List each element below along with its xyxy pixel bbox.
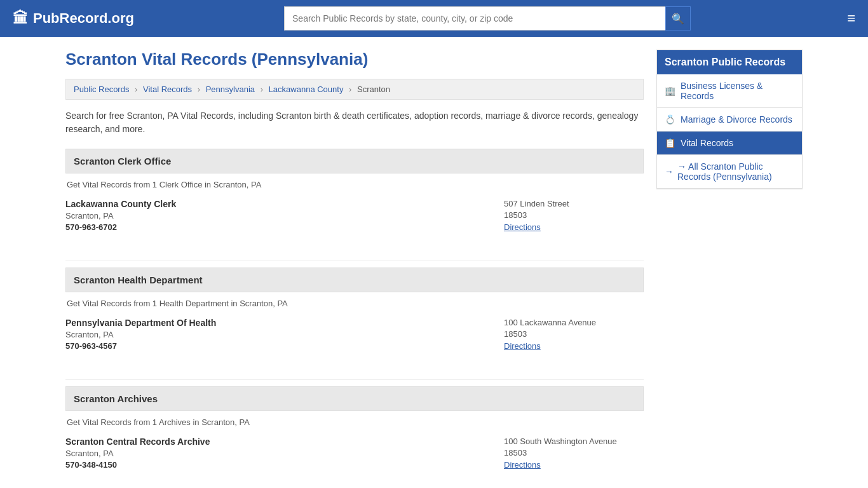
record-name: Scranton Central Records Archive	[65, 437, 504, 447]
clipboard-icon: 📋	[665, 138, 675, 148]
breadcrumb-lackawanna[interactable]: Lackawanna County	[269, 85, 344, 94]
directions-link-clerk[interactable]: Directions	[504, 222, 541, 232]
record-directions[interactable]: Directions	[504, 459, 644, 470]
all-records-label: → All Scranton Public Records (Pennsylva…	[677, 161, 794, 182]
sidebar-item-business-label: Business Licenses & Records	[681, 81, 794, 101]
breadcrumb: Public Records › Vital Records › Pennsyl…	[65, 79, 644, 100]
record-entry-pa-health: Pennsylvania Department Of Health Scrant…	[65, 318, 644, 360]
rings-icon: 💍	[665, 114, 675, 125]
sidebar-item-business-licenses[interactable]: 🏢 Business Licenses & Records	[657, 74, 802, 108]
section-health-header: Scranton Health Department	[65, 268, 644, 292]
record-directions[interactable]: Directions	[504, 341, 644, 351]
record-left: Scranton Central Records Archive Scranto…	[65, 437, 504, 470]
breadcrumb-sep-1: ›	[135, 85, 137, 94]
record-address: 507 Linden Street	[504, 199, 644, 208]
record-address: 100 Lackawanna Avenue	[504, 318, 644, 327]
record-directions[interactable]: Directions	[504, 222, 644, 232]
record-zip: 18503	[504, 329, 644, 339]
page-title: Scranton Vital Records (Pennsylvania)	[65, 50, 644, 69]
briefcase-icon: 🏢	[665, 86, 675, 96]
page-description: Search for free Scranton, PA Vital Recor…	[65, 109, 644, 136]
record-city: Scranton, PA	[65, 211, 504, 220]
record-city: Scranton, PA	[65, 449, 504, 458]
breadcrumb-sep-4: ›	[349, 85, 351, 94]
section-clerk-office: Scranton Clerk Office Get Vital Records …	[65, 149, 644, 261]
hamburger-icon: ≡	[847, 10, 855, 26]
breadcrumb-sep-2: ›	[198, 85, 200, 94]
sidebar-all-records-link[interactable]: → → All Scranton Public Records (Pennsyl…	[657, 155, 802, 189]
sidebar-box: Scranton Public Records 🏢 Business Licen…	[656, 50, 803, 189]
sidebar-item-marriage-label: Marriage & Divorce Records	[681, 114, 792, 125]
site-logo[interactable]: 🏛 PubRecord.org	[13, 10, 134, 27]
record-name: Lackawanna County Clerk	[65, 199, 504, 209]
sidebar-title: Scranton Public Records	[657, 50, 802, 74]
logo-text: PubRecord.org	[33, 10, 134, 27]
breadcrumb-vital-records[interactable]: Vital Records	[143, 85, 192, 94]
record-city: Scranton, PA	[65, 330, 504, 339]
directions-link-archive[interactable]: Directions	[504, 460, 541, 470]
logo-icon: 🏛	[13, 10, 28, 27]
main-container: Scranton Vital Records (Pennsylvania) Pu…	[53, 37, 815, 488]
record-name: Pennsylvania Department Of Health	[65, 318, 504, 328]
search-input[interactable]	[284, 6, 665, 30]
record-address: 100 South Washington Avenue	[504, 437, 644, 446]
record-zip: 18503	[504, 448, 644, 458]
record-left: Lackawanna County Clerk Scranton, PA 570…	[65, 199, 504, 232]
sidebar-item-vital-records[interactable]: 📋 Vital Records	[657, 132, 802, 155]
section-clerk-description: Get Vital Records from 1 Clerk Office in…	[65, 180, 644, 189]
section-archives-header: Scranton Archives	[65, 386, 644, 411]
section-health-description: Get Vital Records from 1 Health Departme…	[65, 299, 644, 308]
record-entry-lackawanna-clerk: Lackawanna County Clerk Scranton, PA 570…	[65, 199, 644, 241]
record-phone: 570-963-4567	[65, 341, 504, 351]
breadcrumb-scranton: Scranton	[357, 85, 390, 94]
search-icon: 🔍	[672, 13, 684, 25]
search-button[interactable]: 🔍	[665, 6, 691, 30]
breadcrumb-sep-3: ›	[261, 85, 263, 94]
sidebar-item-vital-label: Vital Records	[681, 138, 733, 148]
arrow-icon: →	[665, 166, 674, 177]
section-archives-description: Get Vital Records from 1 Archives in Scr…	[65, 417, 644, 427]
section-health-dept: Scranton Health Department Get Vital Rec…	[65, 268, 644, 380]
record-right: 507 Linden Street 18503 Directions	[504, 199, 644, 232]
record-phone: 570-348-4150	[65, 460, 504, 470]
record-right: 100 Lackawanna Avenue 18503 Directions	[504, 318, 644, 351]
content-area: Scranton Vital Records (Pennsylvania) Pu…	[65, 50, 644, 488]
breadcrumb-public-records[interactable]: Public Records	[74, 85, 129, 94]
section-clerk-header: Scranton Clerk Office	[65, 149, 644, 173]
record-left: Pennsylvania Department Of Health Scrant…	[65, 318, 504, 351]
record-entry-central-archive: Scranton Central Records Archive Scranto…	[65, 437, 644, 479]
directions-link-health[interactable]: Directions	[504, 341, 541, 351]
section-archives: Scranton Archives Get Vital Records from…	[65, 386, 644, 488]
sidebar: Scranton Public Records 🏢 Business Licen…	[656, 50, 803, 488]
record-phone: 570-963-6702	[65, 222, 504, 232]
record-right: 100 South Washington Avenue 18503 Direct…	[504, 437, 644, 470]
site-header: 🏛 PubRecord.org 🔍 ≡	[0, 0, 868, 37]
sidebar-item-marriage-divorce[interactable]: 💍 Marriage & Divorce Records	[657, 108, 802, 132]
record-zip: 18503	[504, 210, 644, 220]
breadcrumb-pennsylvania[interactable]: Pennsylvania	[206, 85, 255, 94]
search-area: 🔍	[284, 6, 691, 30]
menu-button[interactable]: ≡	[847, 10, 855, 27]
